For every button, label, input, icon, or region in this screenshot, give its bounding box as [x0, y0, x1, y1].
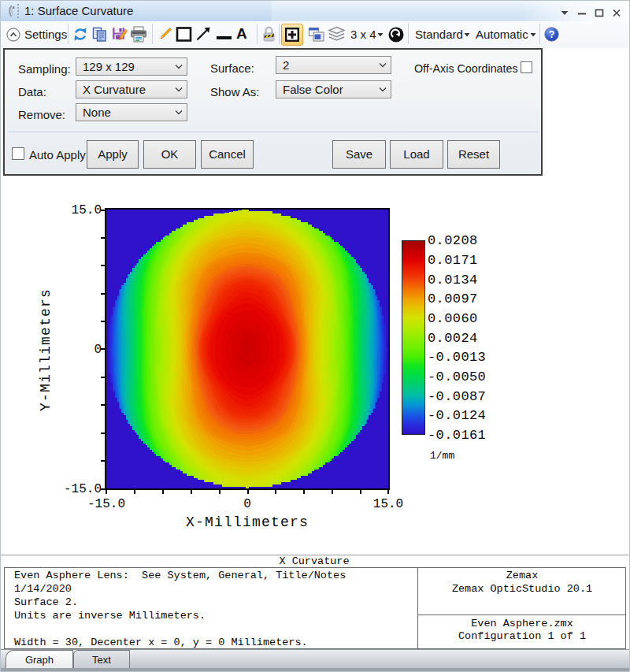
svg-text:?: ? [549, 29, 555, 40]
